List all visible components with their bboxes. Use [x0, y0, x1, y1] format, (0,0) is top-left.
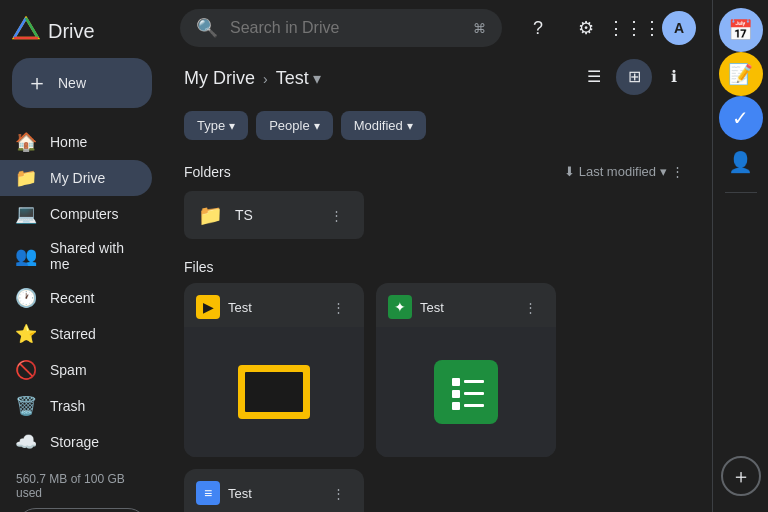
sidebar-item-storage[interactable]: ☁️ Storage — [0, 424, 152, 460]
svg-marker-0 — [14, 18, 38, 38]
sidebar: Drive ＋ New 🏠 Home 📁 My Drive 💻 Computer… — [0, 0, 164, 512]
folder-ts[interactable]: 📁 TS ⋮ — [184, 191, 364, 239]
settings-button[interactable]: ⚙ — [566, 8, 606, 48]
people-filter[interactable]: People▾ — [256, 111, 332, 140]
file-more-button[interactable]: ⋮ — [516, 293, 544, 321]
modified-filter-label: Modified — [354, 118, 403, 133]
home-icon: 🏠 — [16, 132, 36, 152]
drive-logo-icon — [12, 16, 40, 46]
slides-thumbnail — [238, 365, 310, 419]
svg-rect-7 — [452, 378, 460, 386]
sidebar-item-spam[interactable]: 🚫 Spam — [0, 352, 152, 388]
svg-line-2 — [14, 18, 26, 38]
file-card-header: ▶ Test ⋮ — [184, 283, 364, 327]
starred-label: Starred — [50, 326, 96, 342]
file-docs[interactable]: ≡ Test ⋮ — [184, 469, 364, 512]
trash-label: Trash — [50, 398, 85, 414]
sidebar-item-trash[interactable]: 🗑️ Trash — [0, 388, 152, 424]
user-avatar[interactable]: A — [662, 11, 696, 45]
grid-view-button[interactable]: ⊞ — [616, 59, 652, 95]
content-area: My Drive › Test ▾ ☰ ⊞ ℹ Type▾Peopl — [164, 56, 712, 512]
files-grid: ▶ Test ⋮ ✦ Test ⋮ — [184, 283, 692, 512]
sidebar-item-shared[interactable]: 👥 Shared with me — [0, 232, 152, 280]
file-slides[interactable]: ▶ Test ⋮ — [184, 283, 364, 457]
file-card-header: ✦ Test ⋮ — [376, 283, 556, 327]
right-icons: 📅📝✓👤 — [719, 8, 763, 184]
info-icon: ℹ — [671, 67, 677, 86]
recent-label: Recent — [50, 290, 94, 306]
slides-icon: ▶ — [196, 295, 220, 319]
sort-icon: ⬇ — [564, 164, 575, 179]
filter-row: Type▾People▾Modified▾ — [184, 105, 692, 152]
search-icon: 🔍 — [196, 17, 218, 39]
computers-label: Computers — [50, 206, 118, 222]
app-logo: Drive — [0, 8, 164, 50]
search-input[interactable] — [230, 19, 461, 37]
storage-label: Storage — [50, 434, 99, 450]
sidebar-item-starred[interactable]: ⭐ Starred — [0, 316, 152, 352]
sidebar-item-recent[interactable]: 🕐 Recent — [0, 280, 152, 316]
file-name: Test — [412, 300, 516, 315]
folders-section-header: Folders ⬇ Last modified ▾ ⋮ — [184, 152, 692, 191]
right-panel-note-button[interactable]: 📝 — [719, 52, 763, 96]
help-button[interactable]: ? — [518, 8, 558, 48]
type-filter[interactable]: Type▾ — [184, 111, 248, 140]
sort-label: Last modified — [579, 164, 656, 179]
right-panel: 📅📝✓👤 ＋ — [712, 0, 768, 512]
grid-view-icon: ⊞ — [628, 67, 641, 86]
get-more-storage-button[interactable]: Get more storage — [16, 508, 148, 512]
modified-filter[interactable]: Modified▾ — [341, 111, 426, 140]
keyboard-shortcut-icon: ⌘ — [473, 21, 486, 36]
right-panel-check-button[interactable]: ✓ — [719, 96, 763, 140]
file-more-button[interactable]: ⋮ — [324, 293, 352, 321]
folder-more-button[interactable]: ⋮ — [322, 201, 350, 229]
svg-rect-11 — [452, 402, 460, 410]
file-thumbnail — [184, 327, 364, 457]
file-name: Test — [220, 300, 324, 315]
breadcrumb-chevron: ▾ — [313, 69, 321, 88]
sidebar-item-home[interactable]: 🏠 Home — [0, 124, 152, 160]
right-panel-calendar-button[interactable]: 📅 — [719, 8, 763, 52]
file-card-header: ≡ Test ⋮ — [184, 469, 364, 512]
shared-label: Shared with me — [50, 240, 136, 272]
computers-icon: 💻 — [16, 204, 36, 224]
file-thumbnail — [376, 327, 556, 457]
shared-icon: 👥 — [16, 246, 36, 266]
breadcrumb-current[interactable]: Test ▾ — [276, 68, 321, 89]
right-panel-divider — [725, 192, 757, 193]
sidebar-item-my-drive[interactable]: 📁 My Drive — [0, 160, 152, 196]
forms-thumbnail — [434, 360, 498, 424]
storage-icon: ☁️ — [16, 432, 36, 452]
app-name: Drive — [48, 20, 95, 43]
svg-rect-6 — [245, 372, 303, 412]
right-panel-user-button[interactable]: 👤 — [719, 140, 763, 184]
svg-marker-1 — [14, 18, 38, 38]
my-drive-icon: 📁 — [16, 168, 36, 188]
folder-row: 📁 TS ⋮ — [184, 191, 692, 239]
breadcrumb-separator: › — [263, 71, 268, 87]
sort-button[interactable]: ⬇ Last modified ▾ ⋮ — [556, 160, 692, 183]
spam-label: Spam — [50, 362, 87, 378]
topbar: 🔍 ⌘ ? ⚙ ⋮⋮⋮ A — [164, 0, 712, 56]
apps-button[interactable]: ⋮⋮⋮ — [614, 8, 654, 48]
info-button[interactable]: ℹ — [656, 59, 692, 95]
more-options-icon: ⋮ — [671, 164, 684, 179]
add-panel-button[interactable]: ＋ — [721, 456, 761, 496]
svg-rect-9 — [452, 390, 460, 398]
file-more-button[interactable]: ⋮ — [324, 479, 352, 507]
modified-filter-chevron: ▾ — [407, 119, 413, 133]
view-controls: ☰ ⊞ ℹ — [576, 59, 692, 95]
starred-icon: ⭐ — [16, 324, 36, 344]
list-view-icon: ☰ — [587, 67, 601, 86]
spam-icon: 🚫 — [16, 360, 36, 380]
forms-icon: ✦ — [388, 295, 412, 319]
search-bar[interactable]: 🔍 ⌘ — [180, 9, 502, 47]
folder-icon: 📁 — [198, 203, 223, 227]
nav-menu: 🏠 Home 📁 My Drive 💻 Computers 👥 Shared w… — [0, 124, 164, 460]
file-name: Test — [220, 486, 324, 501]
list-view-button[interactable]: ☰ — [576, 59, 612, 95]
breadcrumb-root[interactable]: My Drive — [184, 68, 255, 89]
new-button[interactable]: ＋ New — [12, 58, 152, 108]
file-forms[interactable]: ✦ Test ⋮ — [376, 283, 556, 457]
sidebar-item-computers[interactable]: 💻 Computers — [0, 196, 152, 232]
